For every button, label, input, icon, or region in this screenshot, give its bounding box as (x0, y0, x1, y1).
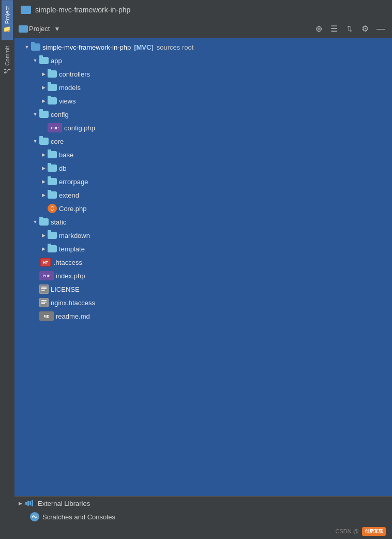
tree-item-htaccess[interactable]: HT .htaccess (14, 256, 392, 269)
errorpage-folder-icon (48, 178, 57, 185)
tree-item-static[interactable]: static (14, 215, 392, 229)
core-label: core (51, 138, 64, 145)
license-icon (39, 285, 49, 294)
controllers-folder-icon (48, 70, 57, 78)
svg-rect-2 (40, 285, 48, 293)
extend-folder-icon (48, 191, 57, 199)
tree-item-license[interactable]: LICENSE (14, 282, 392, 296)
extend-label: extend (59, 191, 79, 199)
toolbar-collapse-button[interactable]: ☰ (327, 22, 341, 36)
htaccess-label: .htaccess (54, 259, 82, 266)
htaccess-icon: HT (39, 258, 52, 267)
nginx-htaccess-icon (39, 298, 49, 307)
toolbar-dropdown-chevron: ▼ (54, 25, 60, 33)
views-folder-icon (48, 97, 57, 104)
scratch-icon (30, 512, 39, 521)
controllers-arrow (39, 70, 48, 78)
config-php-label: config.php (64, 124, 95, 132)
svg-text:HT: HT (43, 261, 48, 264)
tree-item-base[interactable]: base (14, 148, 392, 161)
sidebar-tab-commit[interactable]: ⎇ Commit (2, 40, 13, 81)
readme-label: readme.md (56, 312, 90, 320)
tree-item-markdown[interactable]: markdown (14, 229, 392, 242)
app-label: app (51, 57, 62, 65)
core-folder-icon (39, 138, 49, 145)
index-php-label: index.php (56, 272, 85, 280)
tree-item-index-php[interactable]: PHP index.php (14, 269, 392, 282)
scratches-label: Scratches and Consoles (42, 513, 115, 521)
toolbar: Project ▼ ⊕ ☰ ⇅ ⚙ — (14, 20, 392, 38)
tree-item-app[interactable]: app (14, 54, 392, 67)
external-libraries-item[interactable]: ▶ External Libraries (14, 497, 392, 510)
readme-icon: MD (39, 311, 54, 321)
models-folder-icon (48, 84, 57, 91)
tree-item-readme[interactable]: MD readme.md (14, 309, 392, 323)
main-content: simple-mvc-framework-in-php Project ▼ ⊕ … (14, 0, 392, 539)
sidebar-tabs: 📁 Project ⎇ Commit (0, 0, 14, 539)
svg-rect-6 (40, 298, 48, 307)
app-arrow (31, 56, 39, 65)
scratches-item[interactable]: Scratches and Consoles (14, 510, 392, 523)
bottom-section: ▶ External Libraries Scratches and Conso… (14, 496, 392, 523)
tree-item-template[interactable]: template (14, 242, 392, 256)
license-label: LICENSE (51, 286, 80, 293)
core-php-icon: C (48, 204, 57, 213)
index-php-icon: PHP (39, 271, 54, 280)
core-arrow (31, 137, 39, 145)
errorpage-arrow (39, 177, 48, 186)
tree-item-config-php[interactable]: PHP config.php (14, 121, 392, 134)
static-folder-icon (39, 218, 49, 226)
project-tab-icon: 📁 (4, 26, 11, 34)
tree-item-nginx-htaccess[interactable]: nginx.htaccess (14, 296, 392, 309)
db-folder-icon (48, 164, 57, 172)
sidebar-tab-project[interactable]: 📁 Project (2, 0, 13, 40)
app-folder-icon (39, 57, 49, 64)
views-label: views (59, 97, 76, 105)
toolbar-project-label: Project (29, 25, 50, 33)
template-arrow (39, 245, 48, 253)
base-arrow (39, 151, 48, 159)
tree-item-errorpage[interactable]: errorpage (14, 175, 392, 188)
file-tree: simple-mvc-framework-in-php [MVC] source… (14, 38, 392, 496)
toolbar-settings-button[interactable]: ⚙ (358, 22, 372, 36)
watermark-text: CSDN @ (336, 528, 359, 534)
config-arrow (31, 110, 39, 118)
tree-item-core-php[interactable]: C Core.php (14, 202, 392, 215)
mvc-tag: [MVC] (134, 43, 154, 51)
tree-item-db[interactable]: db (14, 161, 392, 175)
markdown-folder-icon (48, 232, 57, 239)
title-bar-text: simple-mvc-framework-in-php (35, 6, 130, 14)
root-suffix: sources root (157, 43, 194, 51)
tree-item-views[interactable]: views (14, 94, 392, 108)
commit-tab-label: Commit (4, 46, 10, 66)
ext-lib-icon (25, 500, 35, 507)
tree-item-controllers[interactable]: controllers (14, 67, 392, 81)
tree-item-models[interactable]: models (14, 81, 392, 94)
static-arrow (31, 218, 39, 226)
views-arrow (39, 97, 48, 105)
base-folder-icon (48, 151, 57, 158)
core-php-label: Core.php (59, 205, 86, 213)
models-label: models (59, 84, 81, 92)
db-arrow (39, 164, 48, 172)
tree-item-extend[interactable]: extend (14, 188, 392, 202)
base-label: base (59, 151, 73, 159)
config-php-icon: PHP (48, 123, 62, 132)
toolbar-expand-button[interactable]: ⇅ (342, 22, 357, 36)
svg-point-11 (32, 516, 34, 518)
controllers-label: controllers (59, 70, 90, 78)
markdown-label: markdown (59, 232, 90, 239)
toolbar-folder-icon (19, 25, 28, 33)
commit-tab-icon: ⎇ (4, 68, 11, 75)
ext-lib-label: External Libraries (38, 500, 90, 507)
tree-item-config[interactable]: config (14, 108, 392, 121)
static-label: static (51, 218, 66, 226)
nginx-htaccess-label: nginx.htaccess (51, 299, 95, 307)
toolbar-add-button[interactable]: ⊕ (311, 22, 326, 36)
markdown-arrow (39, 231, 48, 239)
ext-lib-arrow: ▶ (19, 501, 22, 506)
toolbar-close-button[interactable]: — (373, 22, 388, 36)
tree-root[interactable]: simple-mvc-framework-in-php [MVC] source… (14, 40, 392, 54)
root-label: simple-mvc-framework-in-php (42, 43, 131, 51)
tree-item-core[interactable]: core (14, 134, 392, 148)
